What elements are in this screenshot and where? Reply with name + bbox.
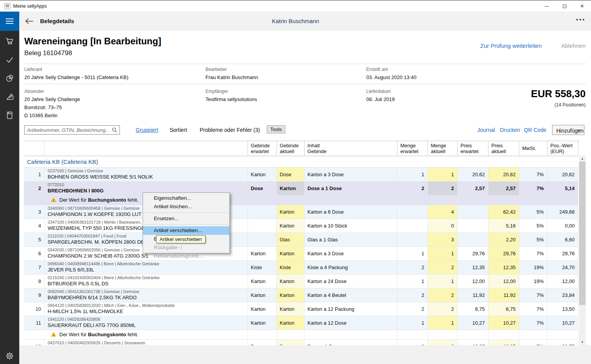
filter-sorted[interactable]: Sortiert [170,127,187,133]
menge-aktuell-cell[interactable]: 2 [428,260,457,274]
group-header-row[interactable]: Cafeteria KB (Cafeteria KB) [24,156,578,167]
lieferdatum-label: Lieferdatum [366,89,391,94]
add-button[interactable]: Hinzufügen [552,125,584,135]
menu-item-eigenschaften[interactable]: Eigenschaften... [143,194,229,202]
preis-aktuell-cell[interactable]: 6,75 [488,302,519,316]
gebinde-aktuell-cell[interactable]: Karton [276,302,304,316]
preis-aktuell-cell[interactable]: 5,16 [488,219,519,233]
context-menu: Eigenschaften... Artikel löschen... Erse… [143,192,230,253]
preis-aktuell-cell[interactable]: 10,27 [488,316,519,330]
pos-wert-cell: 23,84 [547,288,578,302]
inhalt-gebinde-cell: Karton a 24 Dose [304,274,397,288]
inhalt-gebinde-cell: Karton a 10 Stück [304,219,397,233]
bottom-strip [19,345,591,364]
preis-erwartet-cell [457,233,488,246]
scroll-down-arrow-icon[interactable]: ▼ [579,339,586,345]
gebinde-aktuell-cell[interactable]: Glas [276,233,304,246]
menge-aktuell-cell[interactable]: 2 [428,181,457,195]
search-box[interactable] [24,125,120,135]
sidebar-item-statistics[interactable] [0,72,19,85]
preis-aktuell-cell[interactable]: 11,92 [488,288,519,302]
table-row[interactable]: 3 0340060 | 08710609600458 | Gemüse | Ge… [24,205,578,219]
preis-aktuell-cell[interactable]: 10,25 [488,339,519,345]
gebinde-aktuell-cell[interactable]: Dose [276,167,304,181]
sidebar-item-catalog[interactable] [0,109,19,122]
table-row[interactable]: 5 2111010 | 04044703001847 | Food | Food… [24,233,578,246]
col-gebinde-aktuell: Gebindeaktuell [276,141,304,156]
article-meta: 0237030 | Gemüse | Gemüse [48,169,244,174]
table-row[interactable]: 8 0215240 | 04102430002404 | Biere | Alk… [24,274,578,288]
preis-aktuell-cell[interactable]: 29,76 [488,246,519,260]
menu-item-artikel-loeschen[interactable]: Artikel löschen... [143,202,229,211]
table-row[interactable]: 9 0082040 | 05411361001738 | Gemüse | Ge… [24,288,578,302]
gebinde-erwartet-cell [248,219,276,233]
table-row[interactable]: 7 0996040 | 04008948114496 | Biere | Alk… [24,260,578,274]
mwst-cell: 7% [519,302,547,316]
gebinde-aktuell-cell[interactable]: Karton [276,181,304,195]
forward-for-review-button[interactable]: Zur Prüfung weiterleiten [480,42,542,49]
scroll-up-arrow-icon[interactable]: ▲ [579,155,586,162]
preis-aktuell-cell[interactable]: 12,00 [488,274,519,288]
menge-aktuell-cell[interactable]: 1 [428,274,457,288]
print-link[interactable]: Drucken [500,127,520,133]
filter-problems[interactable]: Probleme oder Fehler (3) [200,127,260,133]
minimize-button[interactable] [538,0,556,12]
gebinde-aktuell-cell[interactable]: Karton [276,219,304,233]
menu-item-artikel-verschieben[interactable]: Artikel verschieben... [143,226,229,235]
maximize-button[interactable] [556,0,573,12]
filter-grouped[interactable]: Gruppiert [136,127,158,133]
minimize-icon [545,6,549,7]
gebinde-aktuell-cell[interactable]: Karton [276,246,304,260]
close-button[interactable]: × [573,0,591,12]
qr-code-link[interactable]: QR Code [524,127,546,133]
preis-aktuell-cell[interactable]: 2,57 [488,181,519,195]
menge-aktuell-cell[interactable]: 0 [428,219,457,233]
table-row[interactable]: 10 0954120 | 04025839012020 | Milch | Ei… [24,302,578,316]
preis-aktuell-cell[interactable]: 2,20 [488,233,519,246]
sidebar-item-settings[interactable] [0,349,19,362]
article-name: BABYMOEHREN 6/14 2,5KG TK ARDO [48,294,244,301]
absender-line2: Bornitzstr. 73–75 [24,104,62,110]
menu-item-ersetzen[interactable]: Ersetzen... [143,214,229,223]
preis-aktuell-cell[interactable]: 62,42 [488,205,519,219]
pos-wert-cell: 30,75 [547,339,578,345]
positions-count: (14 Positionen) [554,102,586,108]
tools-button[interactable]: Tools [267,125,285,133]
table-row[interactable]: 2 0772010BRECHBOHNEN I 800G Dose Karton … [24,181,578,195]
sidebar-item-approvals[interactable] [0,53,19,66]
gebinde-aktuell-cell[interactable]: Karton [276,274,304,288]
gebinde-aktuell-cell[interactable]: Karton [276,288,304,302]
menge-aktuell-cell[interactable]: 1 [428,246,457,260]
divider [24,84,586,84]
sidebar-item-food[interactable] [0,90,19,103]
table-scrollbar[interactable]: ▲ ▼ [579,155,586,345]
sidebar-item-cart[interactable] [0,35,19,48]
gebinde-aktuell-cell[interactable]: Kiste [276,260,304,274]
menge-aktuell-cell[interactable]: 2 [428,288,457,302]
gebinde-aktuell-cell[interactable]: Karton [276,316,304,330]
mwst-cell: 19% [519,260,547,274]
menge-aktuell-cell[interactable]: 2 [428,302,457,316]
preis-aktuell-cell[interactable]: 20,62 [488,167,519,181]
menge-aktuell-cell[interactable]: 4 [428,205,457,219]
table-row[interactable]: 12 0437010 | 04000492005626 | Desserts |… [24,339,578,345]
table-row[interactable]: 1 0237030 | Gemüse | GemüseBOHNEN GROSS … [24,167,578,181]
table-row[interactable]: 6 0343030 | 08710609602056 | Gemüse | Ge… [24,246,578,260]
table-row[interactable]: 11 1941120 | 04028286420806SAUERKRAUT DE… [24,316,578,330]
menge-aktuell-cell[interactable]: 3 [428,233,457,246]
table-row[interactable]: 4 2347100 | 04006363101718 | Mehle | Bac… [24,219,578,233]
menge-aktuell-cell[interactable]: 1 [428,316,457,330]
gebinde-aktuell-cell[interactable]: Dose [276,339,304,345]
menge-aktuell-cell[interactable]: 1 [428,167,457,181]
article-meta: 0954120 | 04025839012020 | Milch | Eier-… [48,303,244,308]
menu-separator [144,224,229,225]
more-options-button[interactable]: ••• [576,16,586,23]
preis-aktuell-cell[interactable]: 12,35 [488,260,519,274]
search-input[interactable] [27,126,108,134]
gebinde-aktuell-cell[interactable]: Karton [276,205,304,219]
reject-button[interactable]: Ablehnen [561,42,586,49]
menge-aktuell-cell[interactable]: 3 [428,339,457,345]
scrollbar-thumb[interactable] [579,162,586,305]
journal-link[interactable]: Journal [477,127,495,133]
menge-erwartet-cell: 1 [397,246,428,260]
